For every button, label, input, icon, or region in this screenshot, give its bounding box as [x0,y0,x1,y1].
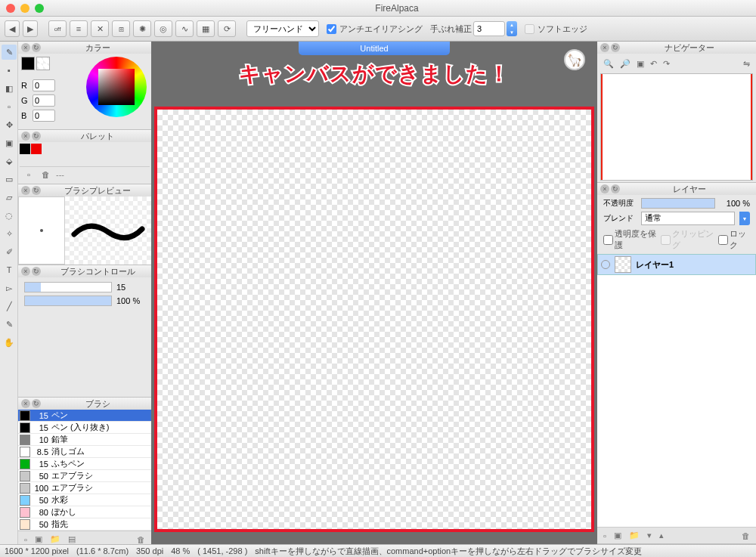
panel-close-icon[interactable]: × [600,184,609,193]
antialias-checkbox[interactable]: アンチエイリアシング [327,23,423,35]
dotpen-tool[interactable]: ▪ [2,63,17,78]
panel-menu-icon[interactable]: ↻ [611,43,620,52]
lock-checkbox[interactable]: ロック [718,228,750,251]
select-lasso-tool[interactable]: ◌ [2,208,17,223]
chevron-down-icon[interactable]: ▼ [739,212,750,225]
minimize-icon[interactable] [20,4,29,13]
palette-swatch[interactable] [20,144,30,154]
folder-brush-icon[interactable]: 📁 [50,534,60,544]
script-brush-icon[interactable]: ▤ [68,534,76,544]
select-wand-tool[interactable]: ✧ [2,226,17,241]
zoom-fit-icon[interactable]: ▣ [637,59,644,69]
zoom-in-icon[interactable]: 🔍 [603,59,614,69]
blend-mode-select[interactable]: 通常 [641,212,735,225]
rotate-right-icon[interactable]: ↷ [663,59,670,69]
panel-menu-icon[interactable]: ↻ [611,184,620,193]
brush-list-item[interactable]: 50水彩 [18,494,151,506]
text-tool[interactable]: T [2,262,17,277]
history-forward-button[interactable]: ▶ [23,20,38,37]
delete-palette-icon[interactable]: 🗑 [39,169,51,181]
bg-swatch[interactable] [36,57,50,70]
snap-circle-button[interactable]: ◎ [154,20,172,37]
eyedropper-tool[interactable]: ✎ [2,317,17,332]
visibility-icon[interactable] [601,260,610,269]
protect-alpha-checkbox[interactable]: 透明度を保護 [603,228,656,251]
palette-swatch[interactable] [31,144,42,154]
select-pen-tool[interactable]: ✐ [2,244,17,259]
document-tab[interactable]: Untitled [299,42,450,55]
gradient-tool[interactable]: ▭ [2,172,17,187]
new-folder-icon[interactable]: ▣ [614,531,621,540]
panel-menu-icon[interactable]: ↻ [32,267,41,276]
dot-eraser-tool[interactable]: ▫ [2,99,17,114]
brush-tool[interactable]: ✎ [2,45,17,60]
panel-menu-icon[interactable]: ↻ [32,186,41,195]
merge-down-icon[interactable]: ▾ [647,531,652,540]
snap-parallel-button[interactable]: ≡ [70,20,88,37]
snap-off-button[interactable]: off [48,20,67,37]
dup-brush-icon[interactable]: ▣ [35,534,42,544]
history-back-button[interactable]: ◀ [5,20,20,37]
panel-close-icon[interactable]: × [21,399,30,408]
brush-list-item[interactable]: 8.5消しゴム [18,446,151,458]
brush-list-item[interactable]: 100エアブラシ [18,482,151,494]
canvas[interactable] [151,55,597,544]
panel-close-icon[interactable]: × [21,186,30,195]
rotate-left-icon[interactable]: ↶ [650,59,657,69]
color-square[interactable] [98,69,135,105]
panel-close-icon[interactable]: × [600,43,609,52]
panel-close-icon[interactable]: × [21,132,30,141]
layer-opacity-slider[interactable] [641,198,715,209]
panel-close-icon[interactable]: × [21,43,30,52]
brush-list-item[interactable]: 50エアブラシ [18,470,151,482]
brush-list-item[interactable]: 80ぼかし [18,506,151,518]
correction-stepper[interactable]: ▲▼ [507,21,517,36]
add-brush-icon[interactable]: ▫ [24,535,27,544]
dup-layer-icon[interactable]: 📁 [629,531,640,540]
snap-radial-button[interactable]: ✺ [133,20,151,37]
draw-mode-select[interactable]: フリーハンド [246,20,319,37]
move-tool[interactable]: ✥ [2,117,17,132]
b-input[interactable] [33,110,55,122]
brush-list-item[interactable]: 15ペン (入り抜き) [18,422,151,434]
new-layer-icon[interactable]: ▫ [603,531,606,540]
maximize-icon[interactable] [35,4,44,13]
snap-grid-button[interactable]: ▦ [197,20,215,37]
delete-layer-icon[interactable]: 🗑 [742,531,750,540]
close-icon[interactable] [6,4,15,13]
eraser-tool[interactable]: ◧ [2,81,17,96]
antialias-input[interactable] [327,24,336,34]
bucket-tool[interactable]: ⬙ [2,153,17,169]
color-wheel[interactable] [86,57,147,117]
add-palette-icon[interactable]: ▫ [23,169,35,181]
delete-brush-icon[interactable]: 🗑 [137,535,145,544]
hand-tool[interactable]: ✋ [2,335,17,350]
softedge-checkbox[interactable]: ソフトエッジ [525,23,587,35]
divide-tool[interactable]: ╱ [2,299,17,314]
snap-vanish-button[interactable]: ⧆ [112,20,130,37]
clipping-checkbox[interactable]: クリッピング [661,228,714,251]
snap-cross-button[interactable]: ✕ [91,20,109,37]
panel-menu-icon[interactable]: ↻ [32,132,41,141]
g-input[interactable] [33,94,55,107]
brush-list-item[interactable]: 10鉛筆 [18,434,151,446]
brush-size-slider[interactable] [24,282,112,292]
layer-row[interactable]: レイヤー1 [597,254,756,275]
brush-opacity-slider[interactable] [24,296,112,306]
brush-list-item[interactable]: 15ふちペン [18,458,151,470]
fill-tool[interactable]: ▣ [2,135,17,150]
zoom-out-icon[interactable]: 🔎 [620,59,631,69]
correction-input[interactable] [473,21,505,36]
panel-menu-icon[interactable]: ↻ [32,43,41,52]
select-rect-tool[interactable]: ▱ [2,190,17,205]
fg-swatch[interactable] [21,57,35,70]
navigator-view[interactable] [600,73,753,181]
layer-up-icon[interactable]: ▴ [659,531,664,540]
snap-settings-button[interactable]: ⟳ [218,20,236,37]
r-input[interactable] [33,79,55,91]
flip-icon[interactable]: ⇋ [743,59,750,69]
brush-list-item[interactable]: 15ペン [18,410,151,422]
panel-menu-icon[interactable]: ↻ [32,399,41,408]
brush-list-item[interactable]: 50指先 [18,518,151,531]
snap-curve-button[interactable]: ∿ [175,20,194,37]
